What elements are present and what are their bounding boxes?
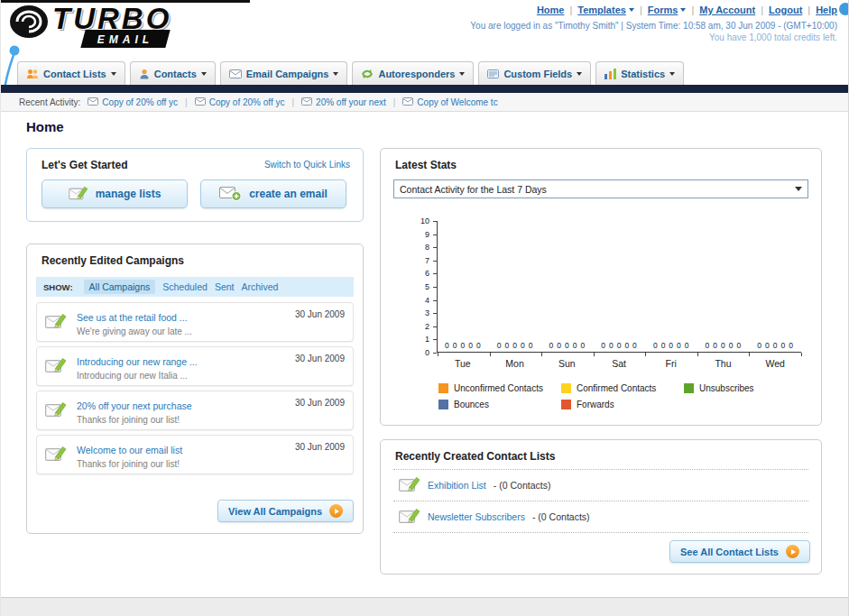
y-axis-label: 1 (402, 335, 429, 344)
campaign-edit-icon (45, 356, 67, 378)
campaign-date: 30 Jun 2009 (295, 354, 345, 363)
y-axis-label: 5 (402, 282, 429, 291)
x-axis-label: Wed (749, 358, 801, 369)
campaign-edit-icon (45, 400, 67, 422)
legend-swatch (438, 400, 448, 409)
top-links: Home|Templates |Forms |My Account|Logout… (537, 5, 837, 15)
recent-activity-bar: Recent Activity: Copy of 20% off yc|Copy… (1, 93, 848, 112)
legend-item: Unconfirmed Contacts (438, 383, 561, 393)
campaign-title-link[interactable]: See us at the retail food ... (77, 312, 188, 323)
filter-scheduled[interactable]: Scheduled (162, 281, 208, 292)
x-axis-label: Sat (593, 358, 645, 369)
legend-swatch (684, 383, 694, 393)
campaign-title-link[interactable]: Introducing our new range ... (77, 356, 198, 367)
activity-separator: | (291, 97, 294, 107)
legend-item: Forwards (561, 400, 684, 409)
help-bubble-icon[interactable] (839, 3, 849, 15)
campaign-subtitle: Thanks for joining our list! (77, 415, 346, 425)
x-axis-label: Mon (489, 358, 541, 369)
logo-secondary-text: EMAIL (97, 33, 153, 46)
contact-list-link[interactable]: Newsletter Subscribers (428, 511, 525, 522)
campaign-edit-icon (45, 445, 67, 466)
contact-list-link[interactable]: Exhibition List (428, 480, 486, 491)
link-separator: | (807, 5, 810, 15)
recent-activity-item[interactable]: Copy of 20% off yc (88, 97, 178, 107)
campaign-subtitle: Introducing our new Italia ... (77, 371, 346, 381)
logo-banner: EMAIL (80, 30, 171, 48)
page-footer (1, 597, 848, 616)
app-logo[interactable]: TURBO EMAIL (8, 4, 171, 48)
get-started-panel: Let's Get Started Switch to Quick Links … (26, 148, 364, 222)
autoresponders-icon (361, 69, 374, 79)
y-axis-label: 4 (402, 296, 429, 305)
x-axis-label: Fri (645, 358, 697, 369)
recent-activity-item[interactable]: Copy of Welcome tc (402, 97, 497, 107)
chevron-down-icon (669, 72, 675, 76)
chevron-down-icon (201, 72, 207, 76)
y-axis-label: 7 (402, 256, 429, 265)
arrow-right-icon (329, 504, 343, 518)
x-axis-label: Thu (697, 358, 750, 369)
tab-custom-fields[interactable]: Custom Fields (478, 61, 591, 85)
campaign-row[interactable]: 20% off your next purchase Thanks for jo… (36, 391, 354, 430)
tab-contacts[interactable]: Contacts (130, 61, 216, 85)
chart-plot (437, 221, 801, 353)
activity-items: Copy of 20% off yc|Copy of 20% off yc|20… (88, 97, 497, 107)
campaign-row[interactable]: Introducing our new range ... Introducin… (36, 346, 354, 386)
top-link-my-account[interactable]: My Account (699, 5, 755, 15)
tab-contact-lists[interactable]: Contact Lists (17, 61, 125, 85)
campaigns-title: Recently Edited Campaigns (42, 254, 184, 267)
tab-email-campaigns[interactable]: Email Campaigns (220, 61, 348, 85)
x-axis-tick (749, 353, 750, 356)
envelope-icon (402, 97, 413, 107)
legend-swatch (561, 400, 571, 409)
y-axis-label: 10 (402, 216, 429, 225)
tab-statistics[interactable]: Statistics (595, 61, 684, 85)
legend-item: Confirmed Contacts (561, 383, 684, 393)
top-link-logout[interactable]: Logout (769, 5, 802, 15)
campaign-title-link[interactable]: 20% off your next purchase (77, 400, 192, 411)
manage-lists-button[interactable]: manage lists (42, 179, 188, 208)
campaign-title-link[interactable]: Welcome to our email list (77, 445, 182, 455)
filter-all-campaigns[interactable]: All Campaigns (84, 280, 156, 294)
top-link-forms[interactable]: Forms (648, 5, 687, 15)
see-all-contact-lists-button[interactable]: See All Contact Lists (669, 540, 810, 563)
envelope-plus-icon (219, 185, 242, 204)
activity-separator: | (185, 97, 188, 107)
top-link-templates[interactable]: Templates (577, 5, 634, 15)
campaign-row[interactable]: See us at the retail food ... We're givi… (36, 302, 354, 342)
x-axis-tick (490, 353, 491, 356)
chart-y-axis: 109876543210 (393, 210, 437, 378)
campaign-row[interactable]: Welcome to our email list Thanks for joi… (36, 435, 354, 474)
create-email-button[interactable]: create an email (200, 179, 346, 208)
latest-stats-panel: Latest Stats Contact Activity for the La… (380, 148, 822, 426)
contact-list-item: Newsletter Subscribers - (0 Contacts) (393, 501, 808, 532)
y-axis-label: 6 (402, 269, 429, 278)
login-info: You are logged in as "Timothy Smith" | S… (470, 21, 837, 31)
contact-lists-title: Recently Created Contact Lists (395, 450, 555, 463)
campaign-date: 30 Jun 2009 (295, 442, 345, 452)
chart-value-labels: 00000 (697, 341, 750, 350)
contact-list-count: - (0 Contacts) (532, 511, 590, 522)
recent-activity-item[interactable]: Copy of 20% off yc (195, 97, 285, 107)
arrow-right-icon (786, 545, 799, 558)
stats-period-select[interactable]: Contact Activity for the Last 7 Days (393, 179, 808, 198)
chart-value-labels: 00000 (540, 341, 593, 350)
x-axis-tick (801, 353, 802, 356)
link-separator: | (691, 5, 694, 15)
page: TURBO EMAIL Home|Templates |Forms |My Ac… (0, 0, 849, 616)
contact-lists-icon (26, 69, 39, 79)
top-link-help[interactable]: Help (816, 5, 837, 15)
chart-value-labels: 00000 (749, 341, 801, 350)
view-all-campaigns-button[interactable]: View All Campaigns (217, 500, 354, 522)
link-separator: | (761, 5, 763, 15)
filter-sent[interactable]: Sent (215, 281, 235, 292)
contact-list-items: Exhibition List - (0 Contacts) Newslette… (393, 469, 808, 533)
top-link-home[interactable]: Home (537, 5, 565, 15)
switch-quick-links[interactable]: Switch to Quick Links (264, 160, 350, 170)
dotted-divider (393, 532, 808, 533)
recent-activity-item[interactable]: 20% off your next (301, 97, 386, 107)
tab-autoresponders[interactable]: Autoresponders (352, 61, 474, 85)
chart-zero-labels: 00000000000000000000000000000000000 (437, 341, 801, 350)
filter-archived[interactable]: Archived (241, 281, 278, 292)
